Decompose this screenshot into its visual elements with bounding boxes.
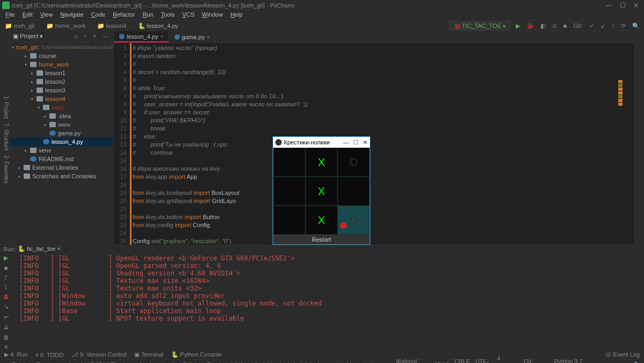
status-item-0[interactable]: Material Darker bbox=[396, 358, 429, 363]
close-button[interactable]: ✕ bbox=[633, 2, 639, 9]
debug-button[interactable]: 🐞 bbox=[525, 23, 535, 30]
pycharm-icon bbox=[2, 2, 10, 9]
game-board: XOXXO bbox=[273, 148, 370, 235]
run-print-button[interactable]: 🖶 bbox=[3, 294, 9, 300]
game-close[interactable]: ✕ bbox=[363, 139, 368, 146]
game-cell-6[interactable] bbox=[273, 206, 305, 235]
status-item-5[interactable]: Git: master ≑ bbox=[524, 358, 549, 364]
tree-node-visel[interactable]: ▾visel bbox=[10, 103, 113, 112]
run-down-button[interactable]: ⤵ bbox=[4, 284, 8, 291]
project-header[interactable]: ▣ Project ▾ bbox=[13, 33, 43, 40]
git-update-button[interactable]: ✓ bbox=[588, 23, 595, 30]
tab-game-py[interactable]: game.py× bbox=[169, 31, 215, 42]
menu-code[interactable]: Code bbox=[88, 11, 108, 20]
run-clear-button[interactable]: 🗑 bbox=[3, 334, 9, 340]
tree-root[interactable]: ▾tceh_git C:\Users\administrator\Desktop… bbox=[10, 43, 113, 52]
project-tree[interactable]: ▾tceh_git C:\Users\administrator\Desktop… bbox=[10, 42, 113, 245]
tree-node-course[interactable]: ▸course bbox=[10, 52, 113, 60]
status-item-4[interactable]: 4 spaces ≑ bbox=[497, 355, 518, 364]
toolwin-item[interactable]: ▶ 4: Run bbox=[4, 351, 27, 358]
tree-node-README-md[interactable]: README.md bbox=[10, 155, 113, 163]
breadcrumb-0[interactable]: 📁 tceh_git bbox=[3, 23, 36, 29]
tree-node-External Libraries[interactable]: ▸External Libraries bbox=[10, 163, 113, 172]
code-area[interactable]: # Игра "угадай число" (проще) # import r… bbox=[130, 43, 634, 245]
tree-node-Scratches and Consoles[interactable]: ▸Scratches and Consoles bbox=[10, 172, 113, 180]
breadcrumb-1[interactable]: 📁 home_work bbox=[45, 23, 87, 29]
status-item-3[interactable]: UTF-8 ≑ bbox=[475, 358, 492, 364]
tree-node-lesson4[interactable]: ▾lesson4 bbox=[10, 95, 113, 103]
tree-node--idea[interactable]: ▸.idea bbox=[10, 112, 113, 120]
tree-node-lesson1[interactable]: ▸lesson1 bbox=[10, 69, 113, 77]
menu-navigate[interactable]: Navigate bbox=[57, 11, 86, 20]
menu-help[interactable]: Help bbox=[227, 11, 246, 20]
run-wrap-button[interactable]: ↩ bbox=[4, 314, 9, 321]
git-push-button[interactable]: ↑ bbox=[611, 23, 616, 29]
status-item-2[interactable]: CRLF ≑ bbox=[455, 358, 470, 364]
project-tools[interactable]: ⊙ ÷ ✶ — bbox=[74, 33, 110, 39]
game-cell-1[interactable]: X bbox=[305, 148, 338, 177]
game-icon bbox=[275, 139, 282, 146]
status-item-8[interactable]: 🔒 bbox=[632, 361, 640, 364]
tree-node-venv[interactable]: ▸venv bbox=[10, 146, 113, 155]
run-close-button[interactable]: ✕ bbox=[4, 344, 9, 351]
menu-view[interactable]: View bbox=[37, 11, 56, 20]
breadcrumb-2[interactable]: 📁 lesson4 bbox=[96, 23, 128, 29]
restart-button[interactable]: Restart bbox=[273, 235, 370, 244]
tab-lesson_4-py[interactable]: lesson_4.py× bbox=[114, 31, 169, 42]
coverage-button[interactable]: ◧ bbox=[539, 23, 547, 30]
line-gutter[interactable]: 1234567891011121314151617181920212223242… bbox=[114, 43, 130, 245]
game-cell-5[interactable] bbox=[338, 177, 370, 206]
left-tool-strip[interactable]: 1: Project 7: Structure 2: Favorites bbox=[0, 31, 10, 245]
game-window[interactable]: Крестики-нолики — ☐ ✕ XOXXO Restart bbox=[273, 136, 370, 245]
game-cell-7[interactable]: X bbox=[305, 206, 338, 235]
tree-node-game-py[interactable]: game.py bbox=[10, 129, 113, 137]
search-everywhere-button[interactable]: 🔍 bbox=[631, 23, 641, 30]
run-config-selector[interactable]: 🐞 TIC_TAC_TOE ▾ bbox=[449, 21, 510, 30]
minimize-button[interactable]: — bbox=[606, 2, 612, 9]
status-bar: ☁ Rainbow Brackets updated to 5.17: // T… bbox=[0, 359, 644, 363]
stop-run-button[interactable]: ■ bbox=[4, 265, 8, 271]
game-cell-3[interactable] bbox=[273, 177, 305, 206]
menu-window[interactable]: Window bbox=[199, 11, 226, 20]
git-history-button[interactable]: ⟳ bbox=[620, 23, 627, 30]
toolwin-item[interactable]: ▣ Terminal bbox=[134, 351, 163, 358]
toolwin-item[interactable]: 🐍 Python Console bbox=[171, 351, 222, 358]
run-export-button[interactable]: ↘ bbox=[4, 303, 9, 310]
tree-node-lesson3[interactable]: ▸lesson3 bbox=[10, 86, 113, 95]
toolwin-item[interactable]: ⎇ 9: Version Control bbox=[71, 351, 127, 358]
tree-node-venv[interactable]: ▸venv bbox=[10, 120, 113, 129]
tree-node-home_work[interactable]: ▾home_work bbox=[10, 60, 113, 69]
run-scroll-button[interactable]: ⇊ bbox=[4, 324, 9, 331]
game-cell-4[interactable]: X bbox=[305, 177, 338, 206]
run-tab[interactable]: 🐍 tic_tac_toe × bbox=[18, 245, 61, 252]
toolwin-item[interactable]: ≡ 6: TODO bbox=[35, 352, 63, 358]
right-tool-strip[interactable] bbox=[634, 31, 644, 245]
game-maximize[interactable]: ☐ bbox=[353, 139, 358, 146]
minimap[interactable] bbox=[618, 79, 624, 262]
maximize-button[interactable]: ☐ bbox=[620, 2, 626, 9]
project-panel: ▣ Project ▾ ⊙ ÷ ✶ — ▾tceh_git C:\Users\a… bbox=[10, 31, 114, 245]
game-cell-2[interactable]: O bbox=[338, 148, 370, 177]
git-commit-button[interactable]: ↙ bbox=[599, 23, 606, 30]
breadcrumb-3[interactable]: 🐍 lesson_4.py bbox=[136, 23, 180, 29]
menu-refactor[interactable]: Refactor bbox=[109, 11, 138, 20]
run-up-button[interactable]: ⤴ bbox=[4, 274, 8, 281]
game-cell-0[interactable] bbox=[273, 148, 305, 177]
game-cell-8[interactable]: O bbox=[338, 206, 370, 235]
profile-button[interactable]: ⊙ bbox=[551, 23, 558, 30]
game-titlebar[interactable]: Крестики-нолики — ☐ ✕ bbox=[273, 137, 370, 148]
menu-vcs[interactable]: VCS bbox=[179, 11, 198, 20]
menu-tools[interactable]: Tools bbox=[158, 11, 178, 20]
run-button[interactable]: ▶ bbox=[515, 23, 521, 30]
tree-node-lesson2[interactable]: ▸lesson2 bbox=[10, 77, 113, 86]
status-item-6[interactable]: Python 3.7 (backup_programm) ≑ bbox=[554, 358, 618, 364]
menu-file[interactable]: File bbox=[2, 11, 18, 20]
tree-node-lesson_4-py[interactable]: lesson_4.py bbox=[10, 137, 113, 146]
game-minimize[interactable]: — bbox=[343, 139, 349, 146]
menu-edit[interactable]: Edit bbox=[19, 11, 36, 20]
stop-button[interactable]: ■ bbox=[562, 23, 568, 29]
menu-run[interactable]: Run bbox=[140, 11, 157, 20]
rerun-button[interactable]: ▶ bbox=[4, 255, 8, 262]
run-output[interactable]: [INFO ] [GL ] OpenGL renderer <b'GeForce… bbox=[12, 252, 644, 351]
run-toolbar: ▶ ■ ⤴ ⤵ 🖶 ↘ ↩ ⇊ 🗑 ✕ bbox=[0, 252, 12, 351]
